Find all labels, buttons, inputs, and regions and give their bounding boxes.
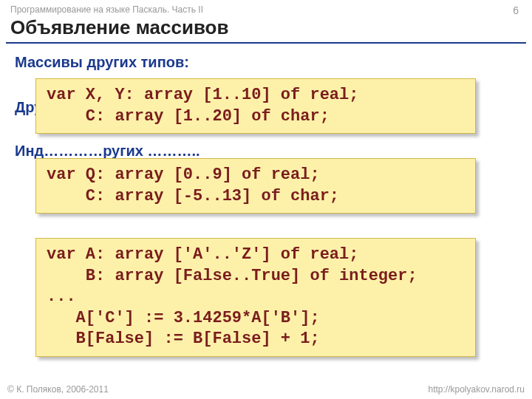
code-block-range: var Q: array [0..9] of real; C: array [-… xyxy=(35,158,476,214)
breadcrumb: Программирование на языке Паскаль. Часть… xyxy=(10,4,522,15)
page-number: 6 xyxy=(513,4,519,16)
footer-copyright: © К. Поляков, 2006-2011 xyxy=(7,384,109,395)
section-heading-types: Массивы других типов: xyxy=(15,54,520,71)
page-title: Объявление массивов xyxy=(10,16,522,39)
footer-url: http://kpolyakov.narod.ru xyxy=(428,384,525,395)
section-heading-indices-partial: Инд…………ругих ……….. xyxy=(15,143,520,160)
code-block-types: var X, Y: array [1..10] of real; C: arra… xyxy=(35,78,476,134)
code-block-indices: var A: array ['A'..'Z'] of real; B: arra… xyxy=(35,238,476,357)
